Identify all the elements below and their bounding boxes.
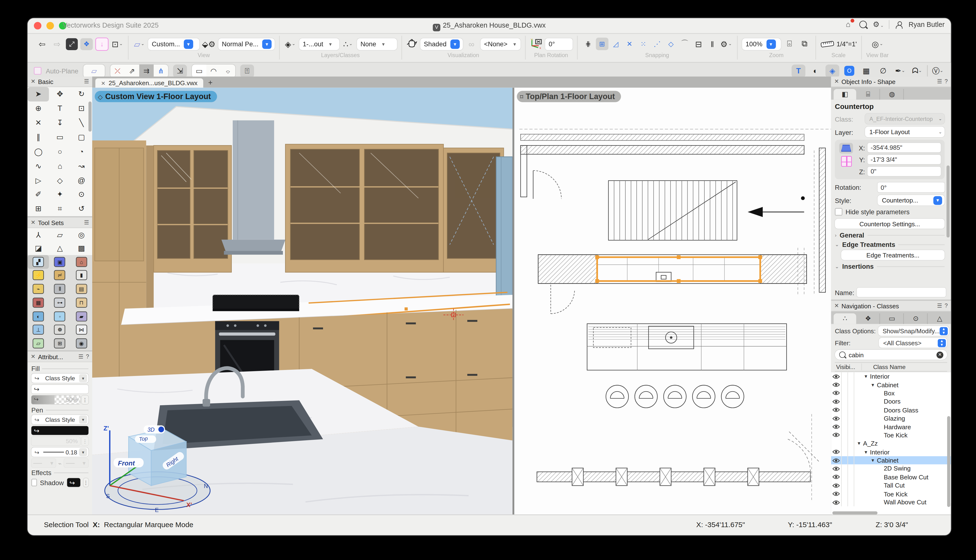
home-icon[interactable]: ⌂ [844, 20, 853, 29]
visibility-column-header[interactable]: Visibi... [835, 363, 862, 370]
expand-arrow-icon[interactable]: ▼ [871, 383, 875, 387]
pen-color-swatch[interactable]: ↪ [32, 426, 89, 435]
object-info-scrollbar[interactable] [946, 165, 949, 238]
tab-render[interactable]: ◍ [881, 89, 904, 100]
class-options-dropdown[interactable]: Show/Snap/Modify... ▲▼ [878, 326, 949, 336]
rectangular-marquee-mode[interactable]: ▭ [192, 64, 206, 77]
projection-dropdown[interactable]: Normal Pe...▼ [218, 38, 274, 50]
visibility-eye-icon[interactable] [832, 399, 840, 404]
image-crop-toggle[interactable]: ▦ [859, 64, 873, 77]
class-tree-vertical-scrollbar[interactable] [947, 416, 950, 507]
menu-icon[interactable]: ☰ [78, 353, 84, 360]
menu-icon[interactable]: ☰ [937, 303, 942, 309]
hide-style-parameters-checkbox[interactable] [835, 208, 842, 215]
style-dropdown[interactable]: Countertop...▼ [877, 195, 944, 205]
snap-grid-icon[interactable]: ⋕ [582, 38, 594, 50]
site-globe-tool[interactable]: ◐ [28, 310, 49, 323]
extrude-preview-toggle[interactable]: ◈ [826, 64, 839, 77]
plan-rotation-field[interactable]: 0° [545, 38, 573, 50]
regular-polygon-tool[interactable]: ◇ [49, 173, 71, 187]
active-class-dropdown[interactable]: None▼ [357, 38, 397, 50]
rotation-field[interactable]: 0° [877, 182, 944, 192]
clip-tool[interactable]: ⊞ [28, 202, 49, 216]
class-tree-row[interactable]: ▼ Interior [831, 448, 951, 456]
rounded-rectangle-tool[interactable]: ▢ [70, 130, 92, 144]
expand-arrow-icon[interactable]: ▼ [864, 450, 868, 454]
general-section[interactable]: General [840, 231, 864, 239]
window-tool[interactable]: ▞ [28, 255, 49, 268]
viewport-3d-label[interactable]: ◇ Custom View 1-Floor Layout [95, 91, 217, 102]
class-tree-row[interactable]: ▼ Toe Kick [831, 490, 951, 498]
tab-sheet-layers[interactable]: ▭ [881, 313, 904, 324]
double-line-tool[interactable]: ∥ [28, 130, 49, 144]
chevron-down-icon[interactable]: ⌄ [835, 242, 839, 247]
planar-mode-button[interactable]: ▱ [87, 64, 101, 77]
text-along-path-toggle[interactable]: T [792, 64, 805, 77]
plumbing-pipes-tool[interactable]: ≓ [49, 269, 71, 282]
visibility-eye-icon[interactable] [832, 466, 840, 471]
cube-3d-button[interactable]: 3D [147, 427, 155, 433]
view-mode-dropdown[interactable]: Custom...▼ [148, 38, 199, 50]
forward-button[interactable]: ⇨ [51, 38, 64, 50]
viewport-plan-label[interactable]: ⌑ Top/Plan 1-Floor Layout [517, 91, 621, 102]
rotate-tool[interactable]: ↺ [70, 202, 92, 216]
countertop-settings-button[interactable]: Countertop Settings... [835, 219, 944, 229]
visibility-eye-icon[interactable] [832, 492, 840, 497]
class-tree-row[interactable]: ▼ A_Zz [831, 439, 951, 448]
basic-palette-scrollbar[interactable] [89, 102, 92, 132]
close-icon[interactable]: ✕ [834, 303, 839, 309]
visibility-eye-icon[interactable] [832, 374, 840, 379]
close-icon[interactable]: ✕ [31, 219, 35, 225]
visibility-eye-icon[interactable] [832, 416, 840, 421]
shadow-swatch[interactable]: ↪ [67, 478, 80, 487]
fill-opacity-slider[interactable]: ↪ 50% [32, 395, 80, 404]
class-tree-row[interactable]: ▼ Base Below Cut [831, 473, 951, 481]
view-bar-eye-icon[interactable]: ◎⌄ [871, 38, 884, 50]
snap-object-icon[interactable]: ⊞ [596, 38, 608, 50]
disable-snapping-mode[interactable]: ⤫ [110, 64, 125, 77]
z-coordinate-field[interactable]: 0" [867, 167, 941, 176]
door-panel-tool[interactable]: ▮ [70, 269, 92, 282]
electrical-tool[interactable]: ⚡ [28, 269, 49, 282]
menu-icon[interactable]: ☰ [937, 78, 942, 85]
section-view-button[interactable]: ↓ [95, 37, 109, 50]
cabinet-tool[interactable]: ⊓ [70, 296, 92, 309]
auto-plane-checkbox[interactable] [34, 67, 41, 74]
cube-front-face[interactable]: Front [118, 460, 135, 467]
render-teapot-icon[interactable] [406, 39, 418, 49]
class-tree-row[interactable]: ▼ Hardware [831, 423, 951, 431]
class-tree-row[interactable]: ▼ 2D Swing [831, 465, 951, 473]
active-layer-dropdown[interactable]: 1-...out▼ [299, 38, 339, 50]
expand-arrow-icon[interactable]: ▼ [864, 374, 868, 378]
snapping-pause-icon[interactable]: ‖ [706, 38, 719, 50]
plane-mode-icon[interactable] [839, 143, 853, 153]
snap-angle-icon[interactable]: ◿ [610, 38, 622, 50]
pan-tool[interactable]: ✥ [49, 87, 71, 101]
visibility-eye-icon[interactable] [832, 475, 840, 480]
filter-dropdown[interactable]: <All Classes> ▲▼ [879, 338, 947, 348]
visibility-eye-icon[interactable] [832, 382, 840, 387]
move-mode[interactable]: ⇗ [125, 64, 139, 77]
chevron-down-icon[interactable]: ⌄ [835, 263, 839, 269]
tab-design-layers[interactable]: ❖ [857, 313, 880, 324]
tab-shape[interactable]: ◧ [834, 89, 856, 100]
polygon-marquee-mode[interactable]: ⌔ [221, 64, 235, 77]
class-tree-row[interactable]: ▼ Box [831, 389, 951, 397]
new-tab-button[interactable]: + [208, 78, 212, 88]
help-icon[interactable]: ? [86, 353, 89, 360]
render-mode-dropdown[interactable]: Shaded▼ [420, 38, 463, 50]
visibility-cursor-tool[interactable]: ⊙ [70, 187, 92, 202]
connection-tool[interactable]: ⊞ [49, 337, 71, 350]
camera-tool[interactable]: ◉ [70, 337, 92, 350]
spotlight-tool[interactable]: ⅄ [28, 228, 49, 242]
ruler-tool[interactable]: ▤ [70, 282, 92, 296]
cube-top-face[interactable]: Top [139, 435, 148, 442]
freehand-tool[interactable]: ∿ [28, 159, 49, 173]
class-tree-row[interactable]: ▼ Tall Cut [831, 481, 951, 490]
lasso-marquee-mode[interactable]: ◠ [206, 64, 221, 77]
fill-color-swatch[interactable]: ↪ [32, 385, 89, 394]
user-name[interactable]: Ryan Butler [909, 21, 944, 28]
duplicate-mode[interactable]: ⇉ [139, 64, 154, 77]
snap-distance-icon[interactable]: ⁙ [637, 38, 650, 50]
gears-tool[interactable]: ☸ [49, 323, 71, 337]
